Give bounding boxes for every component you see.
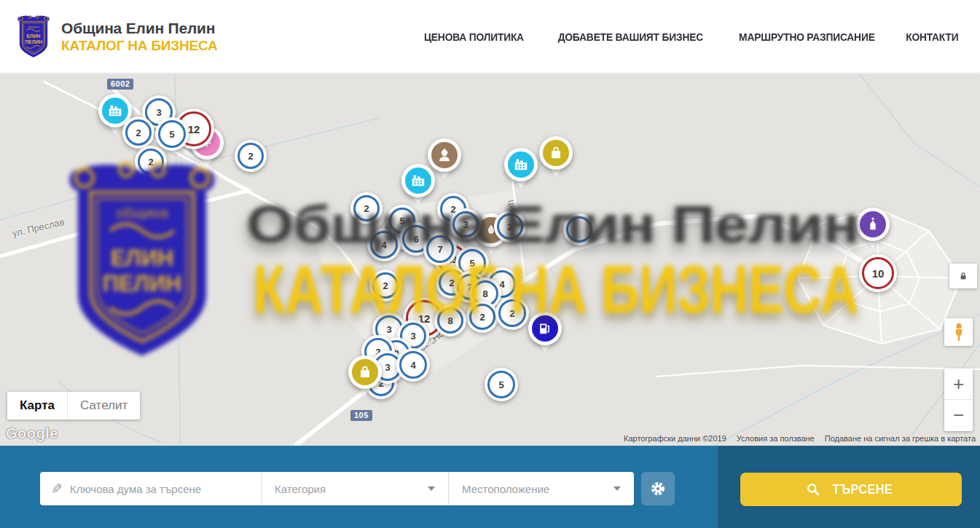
brand-text: Община Елин Пелин КАТАЛОГ НА БИЗНЕСА	[61, 20, 218, 54]
cluster-count: 4	[370, 231, 398, 259]
cluster-marker[interactable]: 10	[859, 254, 897, 292]
brand-title: Община Елин Пелин	[61, 20, 218, 37]
brand[interactable]: община ЕЛИН ПЕЛИН Община Елин Пелин КАТА…	[16, 14, 218, 59]
cluster-count: 4	[399, 351, 427, 379]
search-icon	[806, 482, 820, 497]
cluster-count: 2	[497, 213, 523, 240]
map-type-map-button[interactable]: Карта	[7, 392, 67, 419]
zoom-out-button[interactable]: −	[944, 400, 973, 431]
cluster-count	[566, 216, 592, 243]
church-icon	[860, 211, 886, 237]
map-pin[interactable]	[539, 136, 573, 180]
chevron-down-icon	[614, 486, 621, 491]
lock-control-button[interactable]	[949, 264, 977, 288]
map-canvas[interactable]: 6002 105 ул. Преслав бул. „Новосел ци 12…	[0, 74, 980, 446]
map-pin[interactable]	[528, 312, 562, 355]
cluster-marker[interactable]: 8	[434, 304, 466, 336]
nav-item-contacts[interactable]: КОНТАКТИ	[906, 31, 959, 43]
map-attribution: Картографски данни ©2019 Условия за полз…	[624, 434, 976, 443]
google-logo[interactable]: Google	[6, 425, 58, 442]
map-type-satellite-button[interactable]: Сателит	[67, 392, 140, 419]
cluster-count: 3	[452, 211, 479, 237]
cluster-count: 2	[138, 149, 164, 175]
cluster-count: 2	[372, 272, 399, 299]
cluster-marker[interactable]: 2	[369, 269, 401, 302]
factory-icon	[102, 98, 128, 124]
map-markers-layer: 12325222523264137522748221283383234510	[0, 74, 980, 446]
street-view-pegman-button[interactable]	[944, 318, 973, 346]
worker-icon	[431, 142, 458, 168]
report-map-error-link[interactable]: Подаване на сигнал за грешка в картата	[825, 434, 976, 443]
svg-text:ПЕЛИН: ПЕЛИН	[25, 39, 42, 44]
cluster-marker[interactable]: 5	[155, 117, 189, 151]
cluster-marker[interactable]: 2	[350, 192, 383, 224]
cluster-marker[interactable]: 2	[235, 140, 267, 172]
cluster-marker[interactable]: 2	[122, 117, 154, 149]
cluster-count: 7	[426, 235, 454, 263]
header: община ЕЛИН ПЕЛИН Община Елин Пелин КАТА…	[0, 0, 980, 74]
map-pin[interactable]	[401, 164, 435, 208]
nav-item-pricing[interactable]: ЦЕНОВА ПОЛИТИКА	[424, 31, 524, 43]
cluster-marker[interactable]: 2	[135, 146, 167, 178]
cluster-marker[interactable]: 3	[450, 208, 482, 240]
location-select-value: Местоположение	[462, 483, 549, 495]
nav-item-add-business[interactable]: ДОБАВЕТЕ ВАШИЯТ БИЗНЕС	[558, 31, 703, 43]
map-pin[interactable]	[348, 355, 382, 399]
factory-icon	[508, 151, 534, 178]
svg-text:община: община	[28, 25, 39, 28]
brand-subtitle: КАТАЛОГ НА БИЗНЕСА	[61, 38, 218, 54]
category-select-value: Категория	[275, 483, 326, 495]
cluster-marker[interactable]: 4	[396, 348, 430, 382]
advanced-settings-button[interactable]	[641, 472, 675, 505]
cluster-marker[interactable]	[563, 213, 595, 245]
cluster-count: 8	[437, 307, 463, 334]
page: община ЕЛИН ПЕЛИН Община Елин Пелин КАТА…	[0, 0, 980, 528]
map-type-control: Карта Сателит	[7, 392, 140, 419]
zoom-in-button[interactable]: +	[944, 369, 973, 400]
cluster-count: 10	[862, 257, 894, 289]
terms-of-use-link[interactable]: Условия за ползване	[737, 434, 815, 443]
main-nav: ЦЕНОВА ПОЛИТИКА ДОБАВЕТЕ ВАШИЯТ БИЗНЕС М…	[420, 31, 961, 43]
cluster-marker[interactable]: 7	[423, 232, 457, 266]
search-button-label: ТЪРСЕНЕ	[833, 482, 893, 497]
gear-icon	[649, 480, 667, 497]
pencil-icon: ✎	[51, 481, 63, 497]
fuel-icon	[532, 315, 558, 342]
attribution-copyright: Картографски данни ©2019	[624, 434, 726, 443]
cluster-marker[interactable]: 2	[494, 210, 526, 243]
municipality-shield-logo-icon: община ЕЛИН ПЕЛИН	[16, 14, 51, 59]
map-pin[interactable]	[856, 208, 890, 251]
cluster-marker[interactable]: 5	[485, 368, 518, 401]
search-field-group: ✎ Категория Местоположение	[40, 472, 634, 505]
zoom-control: + −	[944, 369, 973, 431]
bag-icon	[352, 359, 378, 385]
lock-icon	[957, 269, 970, 283]
cluster-count: 2	[353, 195, 380, 221]
pegman-icon	[951, 323, 967, 342]
svg-text:ЕЛИН: ЕЛИН	[27, 34, 41, 39]
cluster-count: 2	[469, 304, 495, 330]
category-select[interactable]: Категория	[261, 472, 448, 505]
cluster-count: 2	[498, 299, 526, 327]
location-select[interactable]: Местоположение	[448, 472, 634, 505]
nav-item-route-schedule[interactable]: МАРШРУТНО РАЗПИСАНИЕ	[739, 31, 875, 43]
cluster-marker[interactable]: 2	[495, 296, 529, 330]
cluster-marker[interactable]: 2	[466, 301, 498, 333]
cluster-count: 2	[238, 143, 264, 169]
factory-icon	[405, 168, 431, 194]
keyword-field[interactable]: ✎	[40, 472, 261, 505]
cluster-count: 2	[125, 119, 152, 146]
cluster-marker[interactable]: 4	[367, 228, 401, 261]
map-pin[interactable]	[504, 148, 538, 192]
bag-icon	[543, 140, 569, 166]
chevron-down-icon	[428, 486, 435, 491]
search-button[interactable]: ТЪРСЕНЕ	[740, 473, 962, 506]
cluster-count: 5	[487, 371, 515, 398]
cluster-count: 5	[158, 120, 186, 148]
keyword-input[interactable]	[70, 483, 261, 495]
search-bar: ✎ Категория Местоположение	[0, 446, 980, 528]
